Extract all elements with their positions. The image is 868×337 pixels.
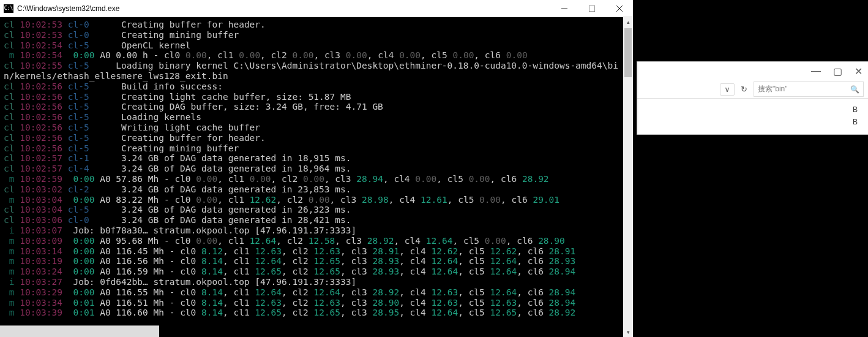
console-line: cl 10:02:54 cl-5 OpenCL kernel: [4, 40, 619, 51]
scroll-down-icon[interactable]: ▾: [623, 327, 633, 337]
search-icon: 🔍: [850, 85, 859, 94]
console-line: cl 10:02:56 cl-5 Creating light cache bu…: [4, 92, 619, 102]
list-item[interactable]: B: [637, 104, 868, 116]
taskbar-fragment[interactable]: [0, 325, 159, 337]
console-line: cl 10:02:56 cl-5 Creating DAG buffer, si…: [4, 102, 619, 112]
address-dropdown[interactable]: v: [720, 83, 735, 96]
console-line: m 10:03:24 0:00 A0 116.59 Mh - cl0 8.14,…: [4, 267, 619, 277]
cmd-window[interactable]: C:\ C:\Windows\system32\cmd.exe cl 10:02…: [0, 0, 633, 337]
console-line: cl 10:03:06 cl-0 3.24 GB of DAG data gen…: [4, 215, 619, 225]
console-line: m 10:03:14 0:00 A0 116.45 Mh - cl0 8.12,…: [4, 246, 619, 257]
console-line: cl 10:02:56 cl-5 Creating buffer for hea…: [4, 133, 619, 143]
explorer-body: B B: [637, 99, 868, 133]
explorer-toolbar: v ↻ 搜索"bin" 🔍: [637, 80, 868, 99]
console-line: cl 10:02:53 cl-0 Creating mining buffer: [4, 30, 619, 40]
cmd-titlebar[interactable]: C:\ C:\Windows\system32\cmd.exe: [0, 0, 633, 17]
scrollbar[interactable]: ▴ ▾: [623, 17, 633, 337]
console-line: cl 10:02:57 cl-1 3.24 GB of DAG data gen…: [4, 153, 619, 164]
explorer-window[interactable]: — ▢ ✕ v ↻ 搜索"bin" 🔍 B B: [637, 61, 868, 135]
cmd-title: C:\Windows\system32\cmd.exe: [17, 4, 550, 13]
minimize-button[interactable]: [550, 0, 578, 17]
console-output: cl 10:02:53 cl-0 Creating buffer for hea…: [0, 17, 623, 337]
search-placeholder: 搜索"bin": [758, 84, 788, 94]
console-line: cl 10:02:56 cl-5 Writing light cache buf…: [4, 123, 619, 133]
console-line: m 10:03:09 0:00 A0 95.68 Mh - cl0 0.00, …: [4, 236, 619, 246]
console-line: cl 10:02:53 cl-0 Creating buffer for hea…: [4, 20, 619, 30]
close-button[interactable]: [605, 0, 633, 17]
console-area[interactable]: cl 10:02:53 cl-0 Creating buffer for hea…: [0, 17, 633, 337]
console-line: m 10:03:34 0:01 A0 116.51 Mh - cl0 8.14,…: [4, 298, 619, 308]
svg-rect-1: [589, 6, 595, 12]
console-line: m 10:02:54 0:00 A0 0.00 h - cl0 0.00, cl…: [4, 50, 619, 61]
console-line: cl 10:03:02 cl-2 3.24 GB of DAG data gen…: [4, 184, 619, 195]
console-line: m 10:03:19 0:00 A0 116.56 Mh - cl0 8.14,…: [4, 256, 619, 267]
refresh-icon[interactable]: ↻: [738, 85, 750, 94]
console-line: m 10:03:04 0:00 A0 83.22 Mh - cl0 0.00, …: [4, 195, 619, 205]
chevron-down-icon: v: [725, 85, 729, 94]
console-line: cl 10:02:56 cl-5 Loading kernels: [4, 112, 619, 123]
scroll-up-icon[interactable]: ▴: [623, 17, 633, 27]
console-line: cl 10:02:57 cl-4 3.24 GB of DAG data gen…: [4, 164, 619, 174]
console-line: m 10:03:29 0:00 A0 116.55 Mh - cl0 8.14,…: [4, 287, 619, 298]
cmd-icon: C:\: [4, 4, 13, 13]
console-line: cl 10:02:56 cl-5 Creating mining buffer: [4, 143, 619, 154]
console-line: m 10:02:59 0:00 A0 57.86 Mh - cl0 0.00, …: [4, 174, 619, 184]
console-line: i 10:03:07 Job: b0f78a30… stratum.okpool…: [4, 225, 619, 236]
list-item[interactable]: B: [637, 116, 868, 128]
maximize-button[interactable]: [578, 0, 605, 17]
explorer-titlebar: — ▢ ✕: [637, 62, 868, 80]
search-input[interactable]: 搜索"bin" 🔍: [754, 81, 864, 97]
scroll-thumb[interactable]: [624, 28, 632, 77]
minimize-icon[interactable]: —: [811, 66, 821, 77]
console-line: i 10:03:27 Job: 0fd642bb… stratum.okpool…: [4, 277, 619, 287]
console-line: cl 10:02:55 cl-5 Loading binary kernel C…: [4, 61, 619, 81]
console-line: cl 10:02:56 cl-5 Build info success:: [4, 81, 619, 92]
console-line: m 10:03:39 0:01 A0 116.60 Mh - cl0 8.14,…: [4, 308, 619, 318]
close-icon[interactable]: ✕: [855, 66, 862, 77]
maximize-icon[interactable]: ▢: [833, 66, 842, 77]
console-line: cl 10:03:04 cl-5 3.24 GB of DAG data gen…: [4, 205, 619, 215]
